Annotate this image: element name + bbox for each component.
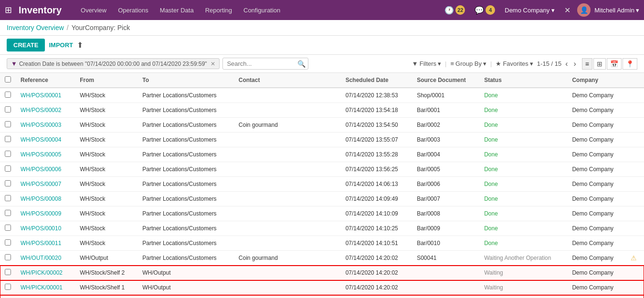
row-select-checkbox[interactable]: [5, 106, 11, 113]
row-select-checkbox[interactable]: [5, 269, 11, 275]
select-all-checkbox[interactable]: [5, 76, 11, 82]
nav-reporting[interactable]: Reporting: [201, 5, 237, 16]
row-checkbox[interactable]: [0, 177, 16, 192]
row-reference[interactable]: WH/POS/00005: [16, 147, 75, 162]
row-reference[interactable]: WH/POS/00003: [16, 118, 75, 133]
row-checkbox[interactable]: [0, 221, 16, 236]
header-company[interactable]: Company: [567, 73, 626, 88]
create-button[interactable]: CREATE: [7, 39, 45, 51]
row-reference[interactable]: WH/POS/00002: [16, 103, 75, 118]
row-checkbox[interactable]: [0, 280, 16, 295]
row-reference[interactable]: WH/POS/00009: [16, 206, 75, 221]
table-row[interactable]: WH/POS/00004 WH/Stock Partner Locations/…: [0, 133, 644, 147]
groupby-button[interactable]: ≡ Group By ▾: [450, 60, 486, 67]
row-checkbox[interactable]: [0, 295, 16, 298]
view-map-button[interactable]: 📍: [623, 58, 637, 70]
row-reference[interactable]: WH/OUT/00021: [16, 295, 75, 298]
favorites-button[interactable]: ★ Favorites ▾: [496, 60, 533, 67]
row-checkbox[interactable]: [0, 147, 16, 162]
apps-icon[interactable]: ⊞: [5, 5, 12, 15]
table-row[interactable]: WH/PICK/00002 WH/Stock/Shelf 2 WH/Output…: [0, 266, 644, 280]
filter-tag-close-icon[interactable]: ✕: [211, 61, 215, 67]
row-checkbox[interactable]: [0, 251, 16, 266]
row-select-checkbox[interactable]: [5, 136, 11, 142]
header-from[interactable]: From: [75, 73, 137, 88]
row-reference[interactable]: WH/POS/00011: [16, 236, 75, 251]
row-checkbox[interactable]: [0, 206, 16, 221]
company-switcher[interactable]: Demo Company ▾: [502, 5, 558, 15]
row-select-checkbox[interactable]: [5, 225, 11, 231]
row-select-checkbox[interactable]: [5, 239, 11, 246]
pagination-prev[interactable]: ‹: [563, 59, 570, 69]
row-reference[interactable]: WH/PICK/00001: [16, 280, 75, 295]
row-reference[interactable]: WH/POS/00010: [16, 221, 75, 236]
table-row[interactable]: WH/POS/00008 WH/Stock Partner Locations/…: [0, 192, 644, 206]
header-contact[interactable]: Contact: [234, 73, 341, 88]
nav-configuration[interactable]: Configuration: [239, 5, 285, 16]
nav-operations[interactable]: Operations: [113, 5, 153, 16]
row-reference[interactable]: WH/POS/00001: [16, 88, 75, 103]
row-checkbox[interactable]: [0, 236, 16, 251]
user-menu[interactable]: Mitchell Admin ▾: [594, 7, 639, 14]
table-row[interactable]: WH/PICK/00001 WH/Stock/Shelf 1 WH/Output…: [0, 280, 644, 295]
row-select-checkbox[interactable]: [5, 284, 11, 290]
row-checkbox[interactable]: [0, 103, 16, 118]
nav-masterdata[interactable]: Master Data: [155, 5, 199, 16]
view-list-button[interactable]: ≡: [582, 58, 592, 70]
row-checkbox[interactable]: [0, 266, 16, 280]
search-input[interactable]: [222, 58, 308, 70]
import-button[interactable]: IMPORT: [49, 41, 73, 49]
nav-overview[interactable]: Overview: [76, 5, 111, 16]
table-row[interactable]: WH/POS/00010 WH/Stock Partner Locations/…: [0, 221, 644, 236]
row-checkbox[interactable]: [0, 88, 16, 103]
header-status[interactable]: Status: [479, 73, 567, 88]
row-reference[interactable]: WH/PICK/00002: [16, 266, 75, 280]
table-row[interactable]: WH/POS/00009 WH/Stock Partner Locations/…: [0, 206, 644, 221]
table-row[interactable]: WH/OUT/00021 WH/Output Partner Locations…: [0, 295, 644, 298]
table-row[interactable]: WH/POS/00001 WH/Stock Partner Locations/…: [0, 88, 644, 103]
view-kanban-button[interactable]: ⊞: [593, 58, 606, 70]
header-date[interactable]: Scheduled Date: [341, 73, 412, 88]
upload-button[interactable]: ⬆: [77, 41, 83, 50]
row-contact: [234, 266, 341, 280]
row-select-checkbox[interactable]: [5, 151, 11, 157]
pagination-next[interactable]: ›: [572, 59, 578, 69]
favorites-chevron-icon: ▾: [530, 60, 533, 67]
row-checkbox[interactable]: [0, 162, 16, 177]
search-icon-button[interactable]: 🔍: [297, 60, 306, 68]
filters-button[interactable]: ▼ Filters ▾: [412, 60, 441, 67]
row-select-checkbox[interactable]: [5, 210, 11, 216]
header-source[interactable]: Source Document: [412, 73, 479, 88]
row-reference[interactable]: WH/POS/00007: [16, 177, 75, 192]
header-to[interactable]: To: [137, 73, 234, 88]
row-checkbox[interactable]: [0, 192, 16, 206]
table-row[interactable]: WH/POS/00003 WH/Stock Partner Locations/…: [0, 118, 644, 133]
table-row[interactable]: WH/POS/00002 WH/Stock Partner Locations/…: [0, 103, 644, 118]
table-row[interactable]: WH/POS/00005 WH/Stock Partner Locations/…: [0, 147, 644, 162]
notifications-btn[interactable]: 🕐 22: [442, 4, 468, 16]
table-row[interactable]: WH/POS/00007 WH/Stock Partner Locations/…: [0, 177, 644, 192]
breadcrumb-parent[interactable]: Inventory Overview: [7, 24, 64, 31]
close-btn[interactable]: ✕: [561, 4, 573, 16]
row-checkbox[interactable]: [0, 118, 16, 133]
header-checkbox[interactable]: [0, 73, 16, 88]
view-calendar-button[interactable]: 📅: [607, 58, 622, 70]
row-select-checkbox[interactable]: [5, 92, 11, 98]
avatar[interactable]: 👤: [577, 3, 591, 17]
row-checkbox[interactable]: [0, 133, 16, 147]
row-select-checkbox[interactable]: [5, 121, 11, 127]
table-row[interactable]: WH/OUT/00020 WH/Output Partner Locations…: [0, 251, 644, 266]
row-reference[interactable]: WH/POS/00004: [16, 133, 75, 147]
row-select-checkbox[interactable]: [5, 165, 11, 172]
active-filter-tag[interactable]: ▼ Creation Date is between "07/14/2020 0…: [7, 58, 220, 69]
row-reference[interactable]: WH/OUT/00020: [16, 251, 75, 266]
row-select-checkbox[interactable]: [5, 254, 11, 260]
row-select-checkbox[interactable]: [5, 180, 11, 186]
row-reference[interactable]: WH/POS/00008: [16, 192, 75, 206]
table-row[interactable]: WH/POS/00006 WH/Stock Partner Locations/…: [0, 162, 644, 177]
row-reference[interactable]: WH/POS/00006: [16, 162, 75, 177]
header-reference[interactable]: Reference: [16, 73, 75, 88]
table-row[interactable]: WH/POS/00011 WH/Stock Partner Locations/…: [0, 236, 644, 251]
row-select-checkbox[interactable]: [5, 195, 11, 201]
messages-btn[interactable]: 💬 4: [472, 4, 498, 16]
